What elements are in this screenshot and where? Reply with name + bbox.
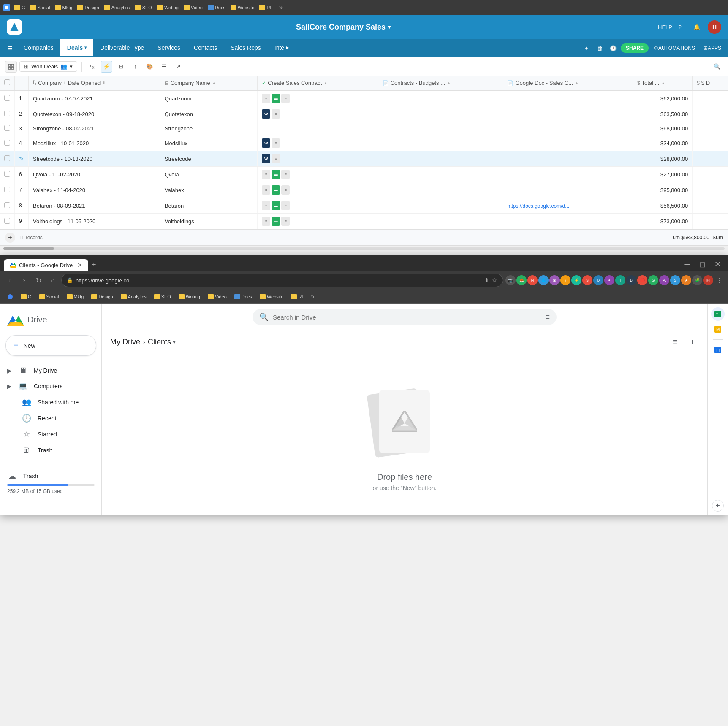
refresh-button[interactable]: ↻ bbox=[33, 274, 44, 286]
ext-icon-5[interactable]: ◉ bbox=[549, 275, 560, 285]
row-company-date[interactable]: Voltholdings - 11-05-2020 bbox=[29, 214, 160, 229]
drive-search-input[interactable] bbox=[273, 314, 541, 321]
gdrive-bm-writing[interactable]: Writing bbox=[175, 293, 204, 301]
row-company-name[interactable]: Vaiahex bbox=[160, 182, 258, 198]
breadcrumb-current-label[interactable]: Clients bbox=[148, 338, 171, 347]
doc-chip[interactable]: ≡ bbox=[262, 185, 270, 195]
share-page-icon[interactable]: ⬆ bbox=[484, 277, 489, 284]
nav-tab-services[interactable]: Services bbox=[151, 39, 187, 57]
view-toggle-button[interactable] bbox=[5, 61, 17, 73]
select-all-checkbox-cell[interactable] bbox=[0, 76, 15, 90]
ext-icon-3[interactable]: N bbox=[527, 275, 538, 285]
calendar-panel-icon[interactable]: ◻ bbox=[711, 343, 725, 357]
bookmark-page-icon[interactable]: ☆ bbox=[492, 277, 497, 284]
bm-item-docs[interactable]: Docs bbox=[206, 4, 227, 11]
scrollbar-track[interactable] bbox=[3, 247, 725, 250]
doc-chip[interactable]: ≡ bbox=[281, 185, 290, 195]
col-header-google-doc[interactable]: 📄 Google Doc - Sales C... ▲ bbox=[503, 76, 633, 90]
ext-icon-13[interactable]: 🔴 bbox=[637, 275, 647, 285]
gdrive-nav-my-drive[interactable]: ▶ 🖥 My Drive bbox=[0, 363, 96, 378]
sheets-panel-icon[interactable]: ≡ bbox=[711, 307, 725, 321]
breadcrumb-root[interactable]: My Drive bbox=[110, 338, 140, 347]
row-company-date[interactable]: Quotetexon - 09-18-2020 bbox=[29, 106, 160, 122]
new-tab-button[interactable]: + bbox=[88, 259, 100, 271]
gdrive-nav-recent[interactable]: 🕐 Recent bbox=[0, 410, 96, 426]
doc-chip[interactable]: ≡ bbox=[281, 170, 290, 179]
bm-item-re[interactable]: RE bbox=[258, 4, 274, 11]
ext-icon-8[interactable]: S bbox=[582, 275, 592, 285]
row-checkbox[interactable] bbox=[4, 95, 10, 101]
row-checkbox[interactable] bbox=[4, 111, 10, 116]
forward-button[interactable]: › bbox=[18, 274, 30, 286]
col-header-company-name[interactable]: ⊟ Company Name ▲ bbox=[160, 76, 258, 90]
apps-button[interactable]: ⊞ APPS bbox=[700, 43, 725, 53]
row-contract-docs[interactable]: ≡ ▬ ≡ bbox=[258, 90, 378, 106]
share-button[interactable]: SHARE bbox=[621, 43, 649, 53]
doc-chip[interactable]: ≡ bbox=[262, 217, 270, 226]
bm-item-writing[interactable]: Writing bbox=[155, 4, 180, 11]
row-company-name[interactable]: Streetcode bbox=[160, 151, 258, 167]
row-contract-docs[interactable]: W ≡ bbox=[258, 106, 378, 122]
ext-icon-11[interactable]: T bbox=[615, 275, 625, 285]
scrollbar-thumb[interactable] bbox=[3, 247, 54, 250]
ext-icon-16[interactable]: S bbox=[670, 275, 680, 285]
nav-tab-contacts[interactable]: Contacts bbox=[187, 39, 224, 57]
doc-chip[interactable]: W bbox=[262, 109, 270, 119]
gdrive-bm-re[interactable]: RE bbox=[288, 293, 308, 301]
breadcrumb-caret[interactable]: ▾ bbox=[173, 339, 176, 345]
user-avatar-ext[interactable]: H bbox=[703, 275, 713, 285]
doc-chip[interactable]: ≡ bbox=[262, 170, 270, 179]
hamburger-menu-button[interactable]: ☰ bbox=[3, 39, 17, 57]
row-contract-docs[interactable]: ≡ ▬ ≡ bbox=[258, 167, 378, 182]
nav-tab-deliverable-type[interactable]: Deliverable Type bbox=[93, 39, 151, 57]
row-checkbox[interactable] bbox=[4, 187, 10, 192]
minimize-button[interactable]: ─ bbox=[680, 257, 694, 271]
row-contract-docs[interactable]: ≡ ▬ ≡ bbox=[258, 182, 378, 198]
row-company-date[interactable]: Strongzone - 08-02-2021 bbox=[29, 122, 160, 135]
ext-icon-14[interactable]: G bbox=[648, 275, 658, 285]
col-header-total[interactable]: $ Total ... ▲ bbox=[633, 76, 692, 90]
col-header-company-date[interactable]: fx Company + Date Opened ⬆ bbox=[29, 76, 160, 90]
url-bar[interactable]: 🔒 https://drive.google.co... ⬆ ☆ bbox=[61, 274, 503, 287]
ext-icon-7[interactable]: ⚡ bbox=[571, 275, 581, 285]
bm-item-analytics[interactable]: Analytics bbox=[103, 4, 132, 11]
doc-chip[interactable]: ▬ bbox=[272, 217, 280, 226]
row-company-date[interactable]: Streetcode - 10-13-2020 bbox=[29, 151, 160, 167]
row-company-date[interactable]: Vaiahex - 11-04-2020 bbox=[29, 182, 160, 198]
user-avatar[interactable]: H bbox=[708, 20, 721, 34]
automations-button[interactable]: ⚙ AUTOMATIONS bbox=[650, 43, 698, 53]
nav-tab-companies[interactable]: Companies bbox=[17, 39, 60, 57]
row-contract-docs[interactable]: W ≡ bbox=[258, 151, 378, 167]
google-doc-link[interactable]: https://docs.google.com/d... bbox=[507, 203, 569, 209]
doc-chip[interactable]: ≡ bbox=[272, 109, 280, 119]
gdrive-nav-starred[interactable]: ☆ Starred bbox=[0, 426, 96, 442]
doc-chip[interactable]: W bbox=[262, 138, 270, 148]
search-filter-icon[interactable]: ≡ bbox=[545, 313, 550, 322]
ext-icon-10[interactable]: ✦ bbox=[604, 275, 614, 285]
bm-item-website[interactable]: Website bbox=[229, 4, 256, 11]
row-company-name[interactable]: Strongzone bbox=[160, 122, 258, 135]
bm-item-social[interactable]: Social bbox=[29, 4, 52, 11]
new-file-button[interactable]: + New bbox=[5, 335, 96, 356]
gdrive-bm-design[interactable]: Design bbox=[88, 293, 116, 301]
gdrive-nav-shared[interactable]: 👥 Shared with me bbox=[0, 394, 96, 410]
row-company-name[interactable]: Medsillux bbox=[160, 135, 258, 151]
plus-icon[interactable]: ＋ bbox=[580, 42, 592, 54]
doc-chip[interactable]: ▬ bbox=[272, 185, 280, 195]
group-button[interactable]: ⊟ bbox=[115, 61, 127, 73]
window-close-button[interactable]: ✕ bbox=[711, 257, 724, 271]
row-checkbox[interactable] bbox=[4, 202, 10, 208]
home-button[interactable]: ⌂ bbox=[47, 274, 59, 286]
notifications-icon[interactable]: 🔔 bbox=[691, 21, 703, 33]
fields-button[interactable]: ☰ bbox=[158, 61, 170, 73]
row-checkbox[interactable] bbox=[4, 125, 10, 131]
row-contract-docs[interactable]: ≡ ▬ ≡ bbox=[258, 198, 378, 214]
gdrive-bm-docs[interactable]: Docs bbox=[231, 293, 255, 301]
row-company-date[interactable]: Medsillux - 10-01-2020 bbox=[29, 135, 160, 151]
gdrive-bm-website[interactable]: Website bbox=[256, 293, 287, 301]
more-bookmarks-button-2[interactable]: » bbox=[309, 293, 316, 301]
crm-help[interactable]: HELP ? bbox=[658, 21, 686, 33]
ext-icon-6[interactable]: Y bbox=[560, 275, 570, 285]
col-header-create-contract[interactable]: ✓ Create Sales Contract ▲ bbox=[258, 76, 378, 90]
back-button[interactable]: ‹ bbox=[4, 274, 16, 286]
